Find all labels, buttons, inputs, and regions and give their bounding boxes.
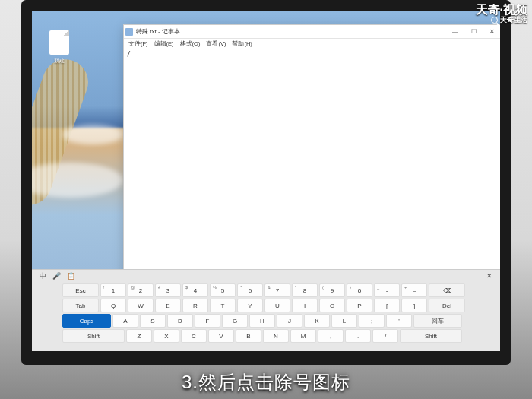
key-z[interactable]: Z [126, 329, 152, 343]
wallpaper-cloud [62, 125, 123, 144]
key-3[interactable]: #3 [155, 283, 181, 297]
osk-close-icon[interactable]: ✕ [486, 272, 492, 280]
key-2[interactable]: @2 [128, 283, 154, 297]
key-j[interactable]: J [277, 314, 302, 328]
key-slash[interactable]: / [372, 329, 398, 343]
key-o[interactable]: O [319, 299, 345, 312]
key-i[interactable]: I [292, 299, 318, 312]
key-f[interactable]: F [195, 314, 220, 328]
maximize-button[interactable]: ☐ [464, 26, 483, 38]
key-0[interactable]: )0 [347, 283, 372, 297]
key-minus[interactable]: _- [374, 283, 400, 297]
menu-help[interactable]: 帮助(H) [232, 40, 252, 48]
key-del[interactable]: Del [429, 299, 465, 312]
key-r[interactable]: R [182, 299, 208, 312]
desktop-screen: 新建 特殊.txt - 记事本 — ☐ ✕ 文件(F) 编辑(E) 格式(O) … [32, 11, 500, 351]
key-4[interactable]: $4 [182, 283, 208, 297]
key-a[interactable]: A [112, 314, 138, 328]
key-bracket-r[interactable]: ] [401, 299, 427, 312]
key-y[interactable]: Y [237, 299, 263, 312]
key-u[interactable]: U [264, 299, 290, 312]
key-p[interactable]: P [347, 299, 372, 312]
key-comma[interactable]: , [318, 329, 344, 343]
wallpaper-cloud [32, 163, 123, 198]
key-9[interactable]: (9 [319, 283, 345, 297]
key-t[interactable]: T [210, 299, 236, 312]
osk-lang-toggle[interactable]: 中 [40, 271, 46, 281]
osk-body: Esc !1 @2 #3 $4 %5 ^6 &7 *8 (9 )0 _- += … [32, 282, 500, 347]
desktop-file-icon[interactable]: 新建 [44, 30, 74, 65]
key-6[interactable]: ^6 [237, 283, 263, 297]
key-7[interactable]: &7 [264, 283, 290, 297]
close-button[interactable]: ✕ [483, 26, 500, 38]
key-k[interactable]: K [304, 314, 330, 328]
key-quote[interactable]: ' [386, 314, 412, 328]
watermark-line1: 天奇·视频 [476, 3, 527, 17]
notepad-textarea[interactable]: / [124, 49, 500, 279]
osk-row-3: Caps A S D F G H J K L ; ' 回车 [62, 314, 470, 328]
window-title: 特殊.txt - 记事本 [136, 27, 180, 36]
subtitle-caption: 3.然后点击除号图标 [0, 370, 532, 394]
minimize-button[interactable]: — [446, 26, 464, 38]
key-8[interactable]: *8 [292, 283, 318, 297]
osk-row-1: Esc !1 @2 #3 $4 %5 ^6 &7 *8 (9 )0 _- += … [62, 283, 470, 297]
key-equals[interactable]: += [401, 283, 427, 297]
clipboard-icon[interactable]: 📋 [67, 272, 75, 280]
menu-file[interactable]: 文件(F) [128, 40, 148, 48]
key-period[interactable]: . [345, 329, 371, 343]
file-icon [49, 30, 69, 55]
key-esc[interactable]: Esc [62, 283, 99, 297]
menu-edit[interactable]: 编辑(E) [154, 40, 174, 48]
key-h[interactable]: H [249, 314, 275, 328]
search-icon [491, 17, 498, 24]
watermark-line2: 天奇生活 [476, 17, 527, 24]
notepad-window: 特殊.txt - 记事本 — ☐ ✕ 文件(F) 编辑(E) 格式(O) 查看(… [123, 24, 500, 280]
osk-row-2: Tab Q W E R T Y U I O P [ ] Del [62, 299, 470, 312]
key-tab[interactable]: Tab [62, 299, 99, 312]
key-w[interactable]: W [128, 299, 154, 312]
key-5[interactable]: %5 [210, 283, 236, 297]
key-d[interactable]: D [167, 314, 193, 328]
key-backspace[interactable]: ⌫ [429, 283, 465, 297]
key-shift-left[interactable]: Shift [62, 329, 125, 343]
key-l[interactable]: L [331, 314, 357, 328]
notepad-icon [125, 28, 133, 36]
notepad-titlebar[interactable]: 特殊.txt - 记事本 — ☐ ✕ [124, 25, 500, 39]
key-enter[interactable]: 回车 [413, 314, 462, 328]
key-m[interactable]: M [290, 329, 316, 343]
key-c[interactable]: C [181, 329, 207, 343]
key-v[interactable]: V [208, 329, 234, 343]
window-controls: — ☐ ✕ [446, 26, 500, 38]
watermark: 天奇·视频 天奇生活 [476, 3, 527, 24]
monitor-frame: 新建 特殊.txt - 记事本 — ☐ ✕ 文件(F) 编辑(E) 格式(O) … [21, 0, 511, 365]
key-e[interactable]: E [155, 299, 181, 312]
menu-view[interactable]: 查看(V) [206, 40, 226, 48]
key-1[interactable]: !1 [100, 283, 126, 297]
mic-icon[interactable]: 🎤 [52, 272, 61, 280]
key-capslock[interactable]: Caps [62, 314, 111, 328]
key-bracket-l[interactable]: [ [374, 299, 400, 312]
osk-header: 中 🎤 📋 ✕ [32, 270, 500, 282]
key-b[interactable]: B [236, 329, 261, 343]
key-n[interactable]: N [263, 329, 289, 343]
key-x[interactable]: X [154, 329, 179, 343]
key-q[interactable]: Q [100, 299, 126, 312]
desktop-file-label: 新建 [44, 57, 74, 65]
key-semicolon[interactable]: ; [359, 314, 385, 328]
key-g[interactable]: G [222, 314, 248, 328]
key-shift-right[interactable]: Shift [400, 329, 462, 343]
osk-row-4: Shift Z X C V B N M , . / Shift [62, 329, 470, 343]
menu-format[interactable]: 格式(O) [180, 40, 201, 48]
key-s[interactable]: S [140, 314, 166, 328]
onscreen-keyboard: 中 🎤 📋 ✕ Esc !1 @2 #3 $4 %5 ^6 &7 *8 (9 [32, 269, 500, 351]
notepad-menubar: 文件(F) 编辑(E) 格式(O) 查看(V) 帮助(H) [124, 39, 500, 49]
